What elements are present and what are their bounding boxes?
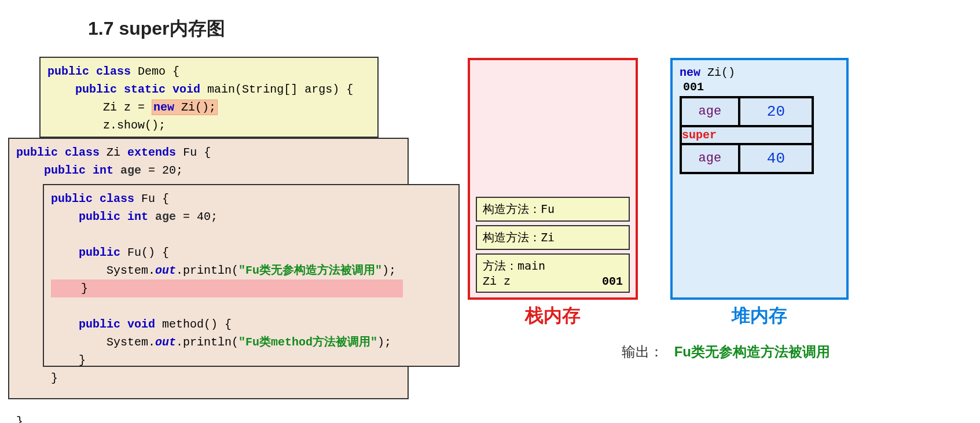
heap-field-name: age xyxy=(682,98,740,125)
stack-memory-label: 栈内存 xyxy=(468,303,638,329)
heap-field-value: 40 xyxy=(740,145,812,172)
kw-public: public xyxy=(44,164,86,177)
method-sig: main(String[] args) { xyxy=(207,83,353,96)
code-text: } xyxy=(79,354,86,367)
kw-new: new xyxy=(153,101,181,114)
ctor-sig: Fu() { xyxy=(120,246,169,259)
method-sig: method() { xyxy=(155,318,232,331)
field-out: out xyxy=(155,264,176,277)
output-line: 输出： Fu类无参构造方法被调用 xyxy=(622,343,830,361)
heap-new-expr: new Zi() xyxy=(680,66,839,79)
kw-public: public xyxy=(79,246,120,259)
stack-frames: 构造方法：Fu 构造方法：Zi 方法：main Zi z 001 xyxy=(476,197,630,293)
stack-frame-line1: 构造方法：Zi xyxy=(483,230,623,245)
code-text: ); xyxy=(377,336,391,349)
heap-object-table: age 20 super age 40 xyxy=(680,96,814,174)
code-text: System. xyxy=(107,264,155,277)
output-label: 输出： xyxy=(622,344,663,359)
kw-public: public xyxy=(16,146,58,159)
code-block-demo: public class Demo { public static void m… xyxy=(39,57,379,138)
code-text: z.show(); xyxy=(103,119,166,132)
class-name: Zi xyxy=(107,146,120,159)
kw-new: new xyxy=(680,66,700,79)
stack-frame: 构造方法：Fu xyxy=(476,197,630,222)
section-title: 1.7 super内存图 xyxy=(88,16,225,42)
kw-void: void xyxy=(172,83,200,96)
heap-field-row: age 20 xyxy=(682,98,812,127)
stack-memory-box: 构造方法：Fu 构造方法：Zi 方法：main Zi z 001 xyxy=(468,58,638,300)
kw-class: class xyxy=(100,192,134,205)
string-literal: "Fu类无参构造方法被调用" xyxy=(238,264,382,277)
stack-frame-line1: 构造方法：Fu xyxy=(483,201,623,217)
class-name: Fu { xyxy=(141,192,169,205)
heap-memory-label: 堆内存 xyxy=(670,303,849,329)
kw-public: public xyxy=(47,65,89,78)
heap-super-divider: super xyxy=(682,127,812,145)
code-text: .println( xyxy=(176,264,238,277)
code-text: ); xyxy=(382,264,396,277)
kw-static: static xyxy=(124,83,166,96)
kw-int: int xyxy=(93,164,113,177)
code-text: } xyxy=(51,371,58,385)
heap-field-value: 20 xyxy=(740,98,812,125)
kw-public: public xyxy=(75,83,117,96)
heap-address: 001 xyxy=(683,80,839,94)
ctor-call: Zi(); xyxy=(181,101,216,114)
code-text: System. xyxy=(107,336,155,349)
stack-frame: 方法：main Zi z 001 xyxy=(476,253,630,293)
kw-public: public xyxy=(51,192,93,205)
code-text: .println( xyxy=(176,336,238,349)
stack-var-addr: 001 xyxy=(602,275,623,288)
kw-public: public xyxy=(79,318,120,331)
field-name: age xyxy=(120,164,141,177)
kw-int: int xyxy=(127,210,148,223)
field-name: age xyxy=(155,210,176,223)
stack-frame-line1: 方法：main xyxy=(483,258,623,274)
stack-var: Zi z xyxy=(483,275,511,288)
kw-class: class xyxy=(65,146,100,159)
code-block-fu: public class Fu { public int age = 40; p… xyxy=(43,184,460,367)
stack-frame: 构造方法：Zi xyxy=(476,225,630,250)
kw-public: public xyxy=(79,210,120,223)
super-name: Fu { xyxy=(183,146,211,159)
code-text: } xyxy=(16,415,23,423)
class-name: Demo { xyxy=(138,65,179,78)
code-text: = 40; xyxy=(176,210,218,223)
heap-memory-box: new Zi() 001 age 20 super age 40 xyxy=(670,58,849,300)
kw-void: void xyxy=(127,318,155,331)
code-text: } xyxy=(81,282,88,295)
code-text: Zi z = xyxy=(103,101,152,114)
kw-extends: extends xyxy=(127,146,176,159)
output-text: Fu类无参构造方法被调用 xyxy=(674,344,830,359)
ctor-call: Zi() xyxy=(700,66,735,79)
kw-class: class xyxy=(96,65,131,78)
code-text: = 20; xyxy=(141,164,183,177)
heap-field-row: age 40 xyxy=(682,145,812,172)
string-literal: "Fu类method方法被调用" xyxy=(238,336,377,349)
heap-field-name: age xyxy=(682,145,740,172)
field-out: out xyxy=(155,336,176,349)
